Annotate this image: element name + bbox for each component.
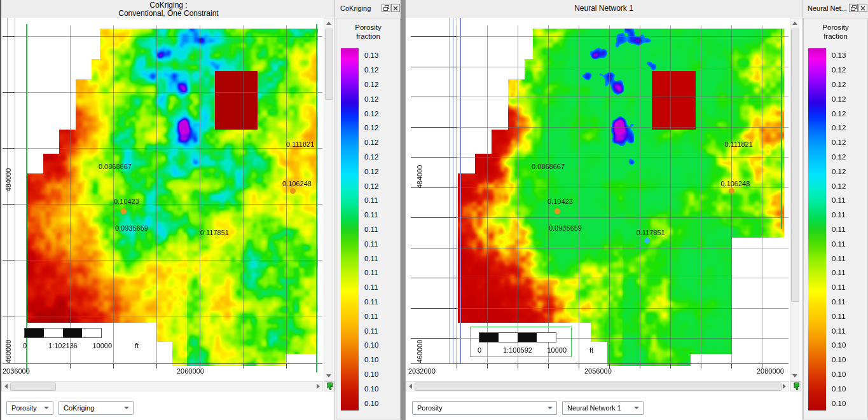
close-window-button[interactable] [391, 4, 400, 12]
scroll-up-arrow-icon[interactable] [792, 22, 797, 25]
left-title-strip: CoKriging : Conventional, One Constraint [1, 0, 336, 18]
colorbar-label: 0.11 [832, 193, 866, 208]
left-colorbar-titlebar[interactable]: CoKriging [335, 0, 401, 18]
scroll-left-arrow-icon[interactable] [409, 384, 412, 389]
right-property-dropdown-value: Porosity [417, 404, 443, 412]
colorbar-label: 0.12 [364, 121, 399, 135]
colorbar-label: 0.11 [832, 236, 866, 251]
restore-window-button[interactable] [382, 4, 390, 12]
colorbar-label: 0.11 [832, 208, 866, 222]
colorbar-label: 0.12 [832, 121, 866, 135]
pick-mode-button[interactable] [324, 381, 334, 391]
colorbar-label: 0.12 [832, 179, 866, 193]
colorbar-label: 0.11 [832, 266, 866, 280]
colorbar-label: 0.10 [364, 338, 399, 353]
colorbar-label: 0.11 [364, 236, 399, 251]
right-colorbar-title: Porosity fraction [804, 23, 867, 41]
colorbar-label: 0.12 [832, 63, 866, 78]
right-model-dropdown[interactable]: Neural Network 1 [562, 401, 644, 415]
neural-network-map-window: Neural Network 1 484000 460000 2032000 2… [406, 0, 802, 420]
colorbar-label: 0.11 [364, 222, 399, 237]
restore-icon [383, 5, 389, 11]
right-map-title: Neural Network 1 [406, 4, 802, 13]
right-hscroll-thumb[interactable] [415, 383, 782, 391]
colorbar-label: 0.11 [364, 295, 399, 309]
right-bottom-toolbar: Porosity Neural Network 1 [406, 391, 802, 420]
colorbar-label: 0.13 [832, 48, 866, 63]
colorbar-label: 0.10 [364, 396, 399, 410]
scroll-up-arrow-icon[interactable] [326, 22, 331, 25]
dropdown-arrow-icon [44, 407, 49, 409]
right-colorbar-titlebar[interactable]: Neural Net... [803, 0, 868, 18]
left-map-title: CoKriging : Conventional, One Constraint [1, 1, 336, 18]
neural-network-map-canvas[interactable] [406, 18, 790, 381]
left-colorbar-title-line1: Porosity [336, 23, 400, 32]
colorbar-label: 0.11 [364, 251, 399, 266]
scroll-down-arrow-icon[interactable] [326, 374, 331, 377]
left-horizontal-scrollbar[interactable] [1, 381, 323, 391]
left-colorbar-title-line2: fraction [336, 32, 400, 41]
right-colorbar-title-line2: fraction [804, 32, 867, 41]
left-vscroll-thumb[interactable] [325, 29, 333, 100]
colorbar-label: 0.12 [364, 135, 399, 150]
right-colorbar-labels: 0.130.120.120.120.120.120.120.120.120.12… [832, 48, 866, 410]
left-model-dropdown[interactable]: CoKriging [59, 401, 134, 415]
colorbar-label: 0.12 [364, 150, 399, 165]
scroll-down-arrow-icon[interactable] [792, 374, 797, 377]
colorbar-label: 0.11 [832, 323, 866, 338]
restore-icon [851, 5, 857, 11]
colorbar-label: 0.12 [832, 78, 866, 92]
dropdown-arrow-icon [548, 407, 553, 409]
left-hscroll-thumb[interactable] [10, 383, 56, 391]
right-property-dropdown[interactable]: Porosity [412, 401, 557, 415]
right-colorbar-window-title: Neural Net... [808, 4, 847, 12]
scroll-right-arrow-icon[interactable] [317, 384, 320, 389]
close-icon [393, 6, 398, 11]
colorbar-label: 0.11 [364, 193, 399, 208]
close-window-button[interactable] [858, 4, 867, 12]
colorbar-label: 0.10 [832, 338, 866, 353]
colorbar-label: 0.12 [832, 150, 866, 165]
dropdown-arrow-icon [634, 407, 639, 409]
window-divider[interactable] [401, 0, 406, 420]
colorbar-label: 0.12 [364, 106, 399, 121]
colorbar-label: 0.12 [832, 164, 866, 179]
application-window: CoKriging : Conventional, One Constraint… [0, 0, 868, 420]
right-horizontal-scrollbar[interactable] [406, 381, 789, 391]
left-bottom-toolbar: Porosity CoKriging [1, 391, 336, 420]
colorbar-label: 0.12 [364, 91, 399, 106]
left-colorbar-body: Porosity fraction 0.130.120.120.120.120.… [336, 18, 401, 419]
colorbar-label: 0.11 [364, 280, 399, 295]
colorbar-label: 0.12 [832, 135, 866, 150]
right-colorbar-gradient [808, 48, 826, 410]
left-vertical-scrollbar[interactable] [324, 18, 333, 381]
colorbar-label: 0.12 [364, 63, 399, 78]
neural-network-colorbar-window: Neural Net... Porosity fraction 0.130.12… [802, 0, 868, 420]
right-colorbar-title-line1: Porosity [804, 23, 867, 32]
right-vscroll-thumb[interactable] [791, 29, 799, 302]
colorbar-label: 0.11 [364, 208, 399, 222]
cokriging-map-canvas[interactable] [1, 18, 324, 381]
left-property-dropdown[interactable]: Porosity [6, 401, 53, 415]
left-colorbar-title: Porosity fraction [336, 23, 400, 41]
colorbar-label: 0.12 [364, 164, 399, 179]
colorbar-label: 0.10 [364, 381, 399, 396]
colorbar-label: 0.10 [832, 367, 866, 382]
right-vertical-scrollbar[interactable] [790, 18, 799, 381]
colorbar-label: 0.11 [832, 309, 866, 323]
colorbar-label: 0.11 [832, 280, 866, 295]
green-pick-arrow-icon [325, 382, 334, 391]
left-property-dropdown-value: Porosity [11, 404, 37, 412]
colorbar-label: 0.11 [832, 222, 866, 237]
left-colorbar-labels: 0.130.120.120.120.120.120.120.120.120.12… [364, 48, 399, 410]
colorbar-label: 0.10 [832, 353, 866, 367]
cokriging-map-window: CoKriging : Conventional, One Constraint… [0, 0, 336, 420]
colorbar-label: 0.10 [832, 396, 866, 410]
scroll-left-arrow-icon[interactable] [4, 384, 8, 389]
close-icon [860, 6, 865, 11]
right-colorbar-body: Porosity fraction 0.130.120.120.120.120.… [803, 18, 868, 419]
left-colorbar-window-title: CoKriging [340, 4, 371, 12]
pick-mode-button[interactable] [790, 381, 801, 391]
scroll-right-arrow-icon[interactable] [783, 384, 786, 389]
restore-window-button[interactable] [849, 4, 858, 12]
